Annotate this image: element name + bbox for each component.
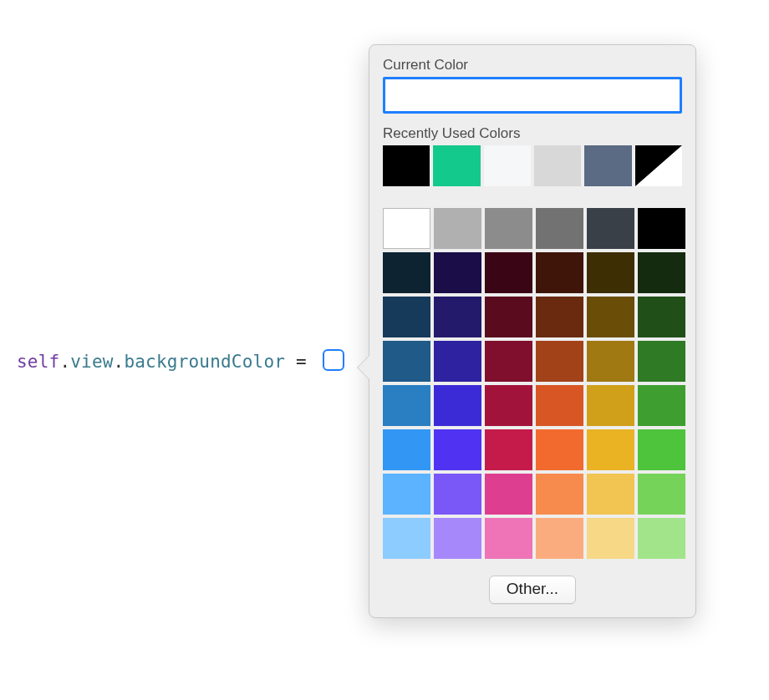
palette-swatch[interactable] <box>383 474 430 515</box>
palette-swatch[interactable] <box>383 208 430 249</box>
palette-swatch[interactable] <box>638 297 685 337</box>
palette-swatch[interactable] <box>434 518 481 559</box>
palette-swatch[interactable] <box>536 429 583 470</box>
palette-swatch[interactable] <box>383 297 430 337</box>
recent-color-swatch[interactable] <box>635 145 682 186</box>
palette-swatch[interactable] <box>587 474 634 515</box>
code-token-dot: . <box>59 352 70 372</box>
palette-swatch[interactable] <box>638 429 685 470</box>
palette-swatch[interactable] <box>536 252 583 293</box>
palette-swatch[interactable] <box>536 518 583 559</box>
palette-swatch[interactable] <box>638 385 685 426</box>
palette-swatch[interactable] <box>383 385 430 426</box>
palette-swatch[interactable] <box>536 297 583 337</box>
palette-swatch[interactable] <box>434 208 481 249</box>
palette-swatch[interactable] <box>383 518 430 559</box>
palette-swatch[interactable] <box>536 474 583 515</box>
palette-swatch[interactable] <box>587 518 634 559</box>
palette-swatch[interactable] <box>638 474 685 515</box>
palette-swatch[interactable] <box>638 208 685 249</box>
palette-swatch[interactable] <box>587 429 634 470</box>
palette-swatch[interactable] <box>383 341 430 382</box>
palette-swatch[interactable] <box>587 297 634 337</box>
color-palette-grid <box>383 208 682 559</box>
palette-swatch[interactable] <box>587 385 634 426</box>
color-picker-popover: Current Color Recently Used Colors Other… <box>369 44 696 618</box>
recent-color-swatch[interactable] <box>484 145 531 186</box>
palette-swatch[interactable] <box>536 208 583 249</box>
palette-swatch[interactable] <box>434 252 481 293</box>
palette-swatch[interactable] <box>485 474 532 515</box>
recent-color-swatch[interactable] <box>383 145 430 186</box>
palette-swatch[interactable] <box>485 297 532 337</box>
recent-color-swatch[interactable] <box>584 145 631 186</box>
palette-swatch[interactable] <box>536 341 583 382</box>
split-triangle-icon <box>635 145 682 186</box>
other-colors-button[interactable]: Other... <box>489 576 576 604</box>
palette-swatch[interactable] <box>587 208 634 249</box>
current-color-label: Current Color <box>383 57 682 74</box>
palette-swatch[interactable] <box>485 385 532 426</box>
recent-color-swatch[interactable] <box>433 145 480 186</box>
recent-colors-row <box>383 145 682 186</box>
popover-arrow <box>358 356 369 379</box>
recent-colors-label: Recently Used Colors <box>383 125 682 142</box>
palette-swatch[interactable] <box>434 385 481 426</box>
palette-swatch[interactable] <box>638 341 685 382</box>
palette-swatch[interactable] <box>485 429 532 470</box>
palette-swatch[interactable] <box>485 518 532 559</box>
palette-swatch[interactable] <box>383 429 430 470</box>
palette-swatch[interactable] <box>485 252 532 293</box>
palette-swatch[interactable] <box>434 429 481 470</box>
palette-swatch[interactable] <box>587 252 634 293</box>
code-token-dot: . <box>114 352 125 372</box>
palette-swatch[interactable] <box>383 252 430 293</box>
recent-color-swatch[interactable] <box>534 145 581 186</box>
palette-swatch[interactable] <box>485 341 532 382</box>
code-token-equals: = <box>285 352 318 372</box>
palette-swatch[interactable] <box>434 341 481 382</box>
palette-swatch[interactable] <box>434 474 481 515</box>
code-line: self.view.backgroundColor = <box>17 349 344 372</box>
color-literal-swatch[interactable] <box>323 349 344 371</box>
palette-swatch[interactable] <box>638 518 685 559</box>
palette-swatch[interactable] <box>485 208 532 249</box>
code-token-self: self <box>17 352 59 372</box>
palette-swatch[interactable] <box>434 297 481 337</box>
current-color-well[interactable] <box>383 77 682 114</box>
palette-swatch[interactable] <box>536 385 583 426</box>
code-token-view: view <box>70 352 113 372</box>
palette-swatch[interactable] <box>638 252 685 293</box>
palette-swatch[interactable] <box>587 341 634 382</box>
code-token-property: backgroundColor <box>124 352 285 372</box>
